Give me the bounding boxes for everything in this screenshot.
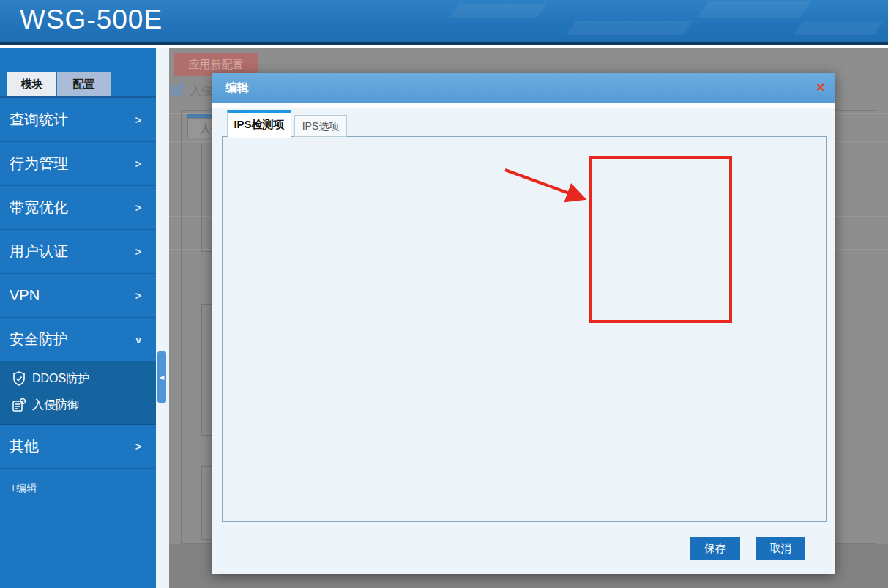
- tab-ips-detection[interactable]: IPS检测项: [227, 110, 291, 138]
- header-texture: [566, 21, 693, 35]
- chevron-icon: >: [135, 290, 141, 302]
- sidebar-item-ddos[interactable]: DDOS防护: [0, 365, 156, 392]
- close-icon[interactable]: ×: [816, 73, 825, 101]
- stamp-icon: [11, 397, 27, 413]
- header-texture: [794, 22, 884, 35]
- sidebar-collapse-handle[interactable]: ◀: [157, 351, 166, 403]
- chevron-icon: >: [135, 158, 141, 170]
- breadcrumb: 入侵: [190, 83, 213, 99]
- submenu-item-label: DDOS防护: [32, 371, 89, 387]
- app-header: WSG-500E: [0, 0, 888, 42]
- menu-item-label: 用户认证: [10, 242, 68, 261]
- stamp-icon: [170, 81, 186, 97]
- sidebar-item-ips[interactable]: 入侵防御: [0, 392, 156, 418]
- chevron-icon: >: [135, 202, 141, 214]
- submenu-item-label: 入侵防御: [32, 398, 79, 413]
- save-button[interactable]: 保存: [690, 537, 740, 560]
- menu-item-label: 其他: [10, 436, 39, 456]
- menu-item-label: 查询统计: [10, 110, 68, 130]
- cancel-button[interactable]: 取消: [756, 537, 805, 560]
- edit-dialog: 编辑 × IPS检测项 IPS选项 备选项 ? 已选项 其他 app-detec…: [212, 73, 835, 574]
- sidebar-tabs: 模块 配置: [0, 48, 156, 98]
- sidebar-menu-item[interactable]: VPN >: [0, 274, 156, 318]
- chevron-icon: v: [135, 334, 141, 346]
- tab-ips-options[interactable]: IPS选项: [294, 115, 347, 137]
- sidebar-menu-item[interactable]: 查询统计 >: [0, 98, 156, 142]
- menu-item-label: 行为管理: [10, 154, 68, 174]
- sidebar-edit-link[interactable]: +编辑: [0, 469, 156, 495]
- menu-item-label: VPN: [10, 287, 40, 304]
- chevron-icon: >: [135, 114, 141, 126]
- sidebar-tabs-underline: [0, 96, 156, 98]
- dialog-title: 编辑: [225, 73, 249, 103]
- sidebar-menu-item[interactable]: 用户认证 >: [0, 230, 156, 274]
- dialog-header-strip: [212, 103, 835, 108]
- sidebar-menu-item[interactable]: 安全防护 v: [0, 318, 156, 362]
- tab-content-panel: [222, 136, 827, 522]
- sidebar-tab-module[interactable]: 模块: [7, 72, 56, 96]
- screen: WSG-500E 模块 配置 查询统计 > 行为管理 >: [0, 0, 888, 588]
- sidebar: 模块 配置 查询统计 > 行为管理 > 带宽优化 >: [0, 48, 156, 588]
- sidebar-tab-config[interactable]: 配置: [57, 72, 111, 96]
- chevron-icon: >: [135, 246, 141, 258]
- chevron-icon: >: [135, 441, 141, 453]
- app-title: WSG-500E: [20, 4, 163, 35]
- dialog-header: 编辑 ×: [212, 73, 835, 103]
- sidebar-menu-item[interactable]: 其他 >: [0, 425, 156, 469]
- shield-check-icon: [11, 371, 27, 387]
- menu-item-label: 安全防护: [10, 330, 68, 349]
- sidebar-menu-item[interactable]: 带宽优化 >: [0, 186, 156, 230]
- header-texture: [697, 1, 810, 18]
- header-texture: [449, 4, 547, 18]
- sidebar-menu-item[interactable]: 行为管理 >: [0, 142, 156, 186]
- collapse-left-icon: ◀: [160, 374, 164, 381]
- sidebar-submenu: DDOS防护 入侵防御: [0, 362, 156, 425]
- sidebar-gutter: [156, 48, 169, 588]
- menu-item-label: 带宽优化: [10, 198, 68, 217]
- sidebar-menu: 查询统计 > 行为管理 > 带宽优化 > 用户认证 >: [0, 98, 156, 362]
- sidebar-menu-lower: 其他 >: [0, 425, 156, 469]
